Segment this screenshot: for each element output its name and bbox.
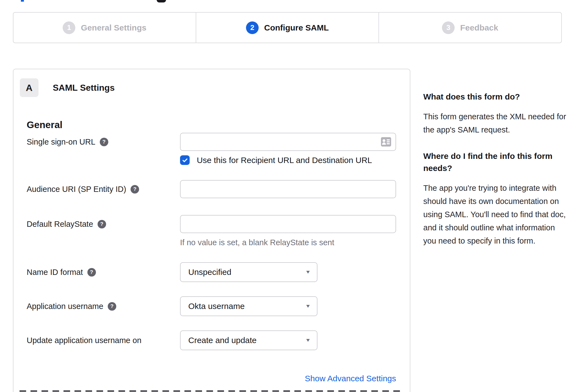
panel-title: SAML Settings <box>53 83 115 93</box>
field-row-default-relaystate: Default RelayState ? If no value is set,… <box>27 215 410 247</box>
dashed-divider <box>20 390 404 392</box>
panel-header: A SAML Settings <box>20 78 115 97</box>
checkmark-icon <box>182 157 188 164</box>
field-row-name-id-format: Name ID format ? Unspecified ▼ <box>27 262 410 282</box>
chevron-down-icon: ▼ <box>305 303 311 309</box>
field-label: Update application username on <box>27 330 180 350</box>
field-label-text: Default RelayState <box>27 220 93 229</box>
step-label: General Settings <box>81 23 146 32</box>
help-heading-what: What does this form do? <box>423 91 570 103</box>
field-label: Single sign-on URL ? <box>27 133 180 151</box>
step-label: Feedback <box>460 23 498 32</box>
audience-uri-input[interactable] <box>180 180 396 198</box>
step-number-badge: 3 <box>442 21 455 34</box>
step-feedback[interactable]: 3 Feedback <box>378 13 561 43</box>
header-dark-remnant <box>157 0 166 2</box>
field-label-text: Single sign-on URL <box>27 137 95 147</box>
contact-card-icon <box>381 137 391 147</box>
field-label-text: Update application username on <box>27 336 142 345</box>
step-configure-saml[interactable]: 2 Configure SAML <box>196 13 378 43</box>
general-section-heading: General <box>27 119 62 130</box>
help-heading-where: Where do I find the info this form needs… <box>423 150 570 174</box>
relaystate-helper-text: If no value is set, a blank RelayState i… <box>180 238 410 247</box>
help-icon[interactable]: ? <box>98 220 106 228</box>
help-paragraph-where: The app you're trying to integrate with … <box>423 181 570 247</box>
recipient-url-checkbox[interactable] <box>180 155 190 165</box>
checkbox-label: Use this for Recipient URL and Destinati… <box>197 156 372 165</box>
select-value: Create and update <box>188 336 306 345</box>
field-row-single-sign-on-url: Single sign-on URL ? <box>27 133 410 165</box>
field-label: Application username ? <box>27 296 180 316</box>
chevron-down-icon: ▼ <box>305 338 311 343</box>
chevron-down-icon: ▼ <box>305 269 311 275</box>
help-icon[interactable]: ? <box>108 302 116 311</box>
saml-settings-panel: A SAML Settings General Single sign-on U… <box>13 69 410 392</box>
field-label: Name ID format ? <box>27 262 180 282</box>
field-label-text: Application username <box>27 302 103 311</box>
help-icon[interactable]: ? <box>87 268 96 277</box>
field-row-audience-uri: Audience URI (SP Entity ID) ? <box>27 180 410 198</box>
saml-configuration-screen: 1 General Settings 2 Configure SAML 3 Fe… <box>0 0 575 392</box>
field-row-application-username: Application username ? Okta username ▼ <box>27 296 410 316</box>
step-label: Configure SAML <box>264 23 329 32</box>
field-row-update-application-username: Update application username on Create an… <box>27 330 410 350</box>
single-sign-on-url-input[interactable] <box>180 133 396 151</box>
recipient-url-checkbox-row: Use this for Recipient URL and Destinati… <box>180 155 410 165</box>
wizard-stepper: 1 General Settings 2 Configure SAML 3 Fe… <box>13 12 562 43</box>
name-id-format-select[interactable]: Unspecified ▼ <box>180 262 317 282</box>
step-number-badge: 1 <box>63 21 75 34</box>
select-value: Okta username <box>188 302 306 311</box>
select-value: Unspecified <box>188 267 306 277</box>
show-advanced-settings-link[interactable]: Show Advanced Settings <box>305 374 396 383</box>
help-sidebar: What does this form do? This form genera… <box>423 91 570 247</box>
step-number-badge: 2 <box>246 21 259 34</box>
application-username-select[interactable]: Okta username ▼ <box>180 296 317 316</box>
header-accent-remnant <box>21 0 24 2</box>
step-general-settings[interactable]: 1 General Settings <box>13 13 196 43</box>
help-paragraph-what: This form generates the XML needed for t… <box>423 110 570 136</box>
field-label: Audience URI (SP Entity ID) ? <box>27 180 180 198</box>
field-label-text: Audience URI (SP Entity ID) <box>27 185 126 194</box>
default-relaystate-input[interactable] <box>180 215 396 233</box>
help-icon[interactable]: ? <box>100 138 108 146</box>
update-application-username-select[interactable]: Create and update ▼ <box>180 330 317 350</box>
field-label: Default RelayState ? <box>27 215 180 233</box>
section-a-badge: A <box>20 78 38 97</box>
field-label-text: Name ID format <box>27 268 83 277</box>
help-icon[interactable]: ? <box>131 185 139 194</box>
advanced-settings-row: Show Advanced Settings <box>180 374 396 383</box>
